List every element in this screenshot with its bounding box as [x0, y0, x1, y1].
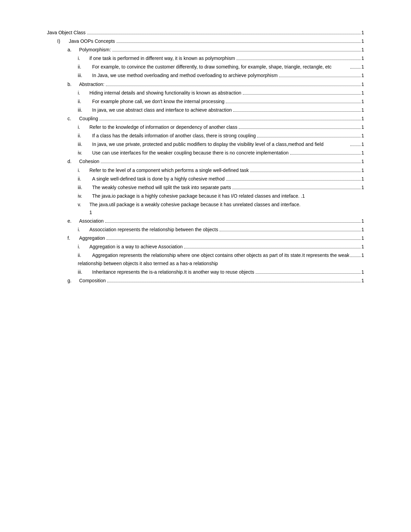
list-item: iii.In java, we use abstract class and i… — [47, 106, 364, 114]
list-item: g.Composition1 — [47, 277, 364, 285]
list-item: b.Abstraction:1 — [47, 81, 364, 88]
list-item: f.Aggregation1 — [47, 234, 364, 242]
list-item: c.Coupling1 — [47, 115, 364, 123]
list-item: v.The java.util package is a weakly cohe… — [47, 201, 364, 216]
list-item: ii.A single well-defined task is done by… — [47, 175, 364, 183]
list-item: iv.Use can use interfaces for the weaker… — [47, 149, 364, 157]
list-item: iv.The java.io package is a highly cohes… — [47, 192, 364, 200]
list-item: ii.If a class has the details informatio… — [47, 132, 364, 140]
list-item: ii.Aggregation represents the relationsh… — [47, 251, 364, 267]
table-of-contents: Java Object Class1I)Java OOPs Concepts1a… — [47, 29, 364, 285]
list-item: iii.The weakly cohesive method will spli… — [47, 184, 364, 191]
list-item: iii.In Java, we use method overloading a… — [47, 72, 364, 79]
list-item: i.Hiding internal details and showing fu… — [47, 89, 364, 97]
list-item: ii.For example phone call, we don't know… — [47, 98, 364, 106]
list-item: i.if one task is performed in different … — [47, 54, 364, 62]
list-item: a.Polymorphism:1 — [47, 46, 364, 54]
list-item: d.Cohesion1 — [47, 158, 364, 165]
list-item: ii.For example, to convince the customer… — [47, 63, 364, 71]
list-item: i.Refer to the level of a component whic… — [47, 166, 364, 174]
document-page: Java Object Class1I)Java OOPs Concepts1a… — [0, 0, 411, 313]
list-item: iii.In java, we use private, protected a… — [47, 140, 364, 148]
list-item: i.Aggregation is a way to achieve Associ… — [47, 243, 364, 251]
list-item: Java Object Class1 — [47, 29, 364, 37]
list-item: e.Association1 — [47, 217, 364, 225]
list-item: i.Refer to the knowledge of information … — [47, 123, 364, 131]
list-item: iii.Inheritance represents the is-a rela… — [47, 268, 364, 276]
list-item: i.Assocciation represents the relationsh… — [47, 226, 364, 234]
list-item: I)Java OOPs Concepts1 — [47, 37, 364, 45]
